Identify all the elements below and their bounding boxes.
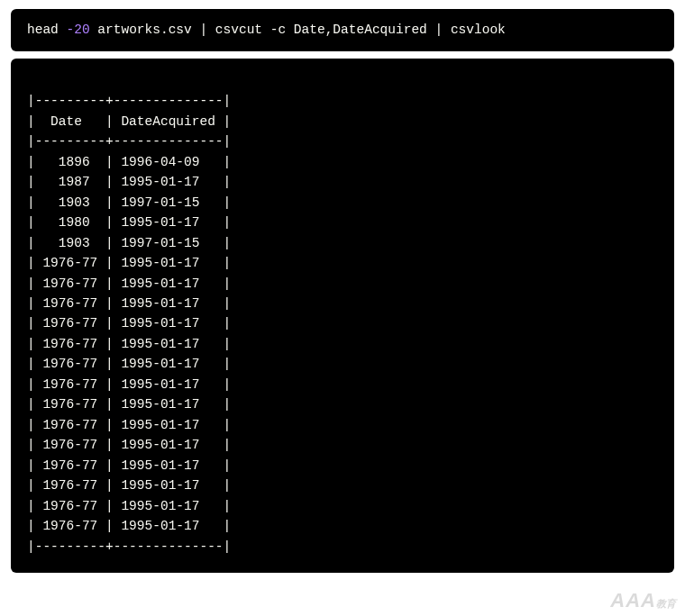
command-bar: head -20 artworks.csv | csvcut -c Date,D… [11, 9, 674, 51]
table-row: | 1976-77 | 1995-01-17 | [27, 499, 231, 513]
table-row: | 1976-77 | 1995-01-17 | [27, 337, 231, 351]
table-header: | Date | DateAcquired | [27, 114, 231, 129]
command-flag: -20 [67, 23, 90, 37]
command-head: head [27, 23, 67, 37]
table-row: | 1976-77 | 1995-01-17 | [27, 438, 231, 452]
table-row: | 1976-77 | 1995-01-17 | [27, 256, 231, 270]
watermark-main: AAA [610, 589, 656, 611]
table-row: | 1976-77 | 1995-01-17 | [27, 316, 231, 331]
table-row: | 1976-77 | 1995-01-17 | [27, 519, 231, 533]
table-row: | 1976-77 | 1995-01-17 | [27, 296, 231, 311]
table-row: | 1976-77 | 1995-01-17 | [27, 478, 231, 493]
table-row: | 1976-77 | 1995-01-17 | [27, 276, 231, 291]
command-rest: artworks.csv | csvcut -c Date,DateAcquir… [90, 23, 506, 37]
output-box: |---------+--------------| | Date | Date… [11, 59, 674, 573]
table-row: | 1976-77 | 1995-01-17 | [27, 458, 231, 473]
table-separator-mid: |---------+--------------| [27, 134, 231, 149]
table-row: | 1976-77 | 1995-01-17 | [27, 418, 231, 432]
table-row: | 1903 | 1997-01-15 | [27, 236, 231, 250]
table-row: | 1976-77 | 1995-01-17 | [27, 397, 231, 412]
table-row: | 1976-77 | 1995-01-17 | [27, 357, 231, 371]
table-row: | 1987 | 1995-01-17 | [27, 175, 231, 189]
table-row: | 1980 | 1995-01-17 | [27, 215, 231, 230]
table-row: | 1976-77 | 1995-01-17 | [27, 377, 231, 392]
table-separator-bot: |---------+--------------| [27, 539, 231, 554]
table-row: | 1896 | 1996-04-09 | [27, 155, 231, 169]
watermark-sub: 教育 [656, 598, 676, 609]
table-separator-top: |---------+--------------| [27, 94, 231, 108]
table-row: | 1903 | 1997-01-15 | [27, 195, 231, 210]
watermark: AAA教育 [610, 589, 676, 612]
